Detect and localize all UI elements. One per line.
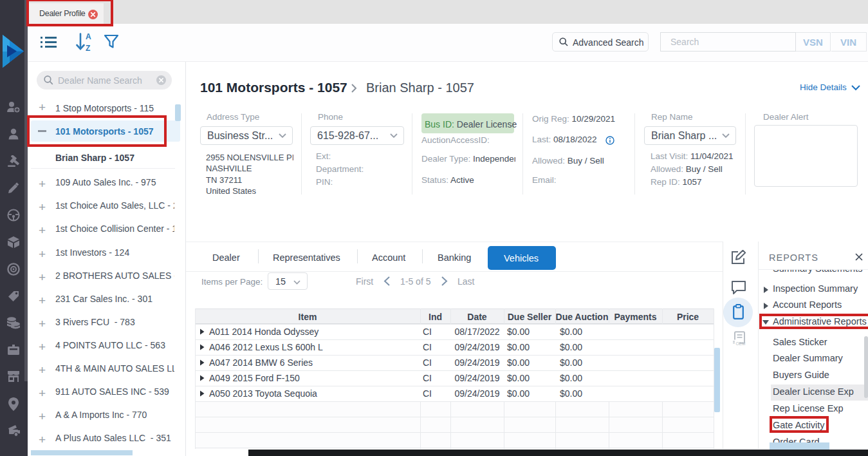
svg-text:OEM: OEM bbox=[736, 341, 746, 346]
